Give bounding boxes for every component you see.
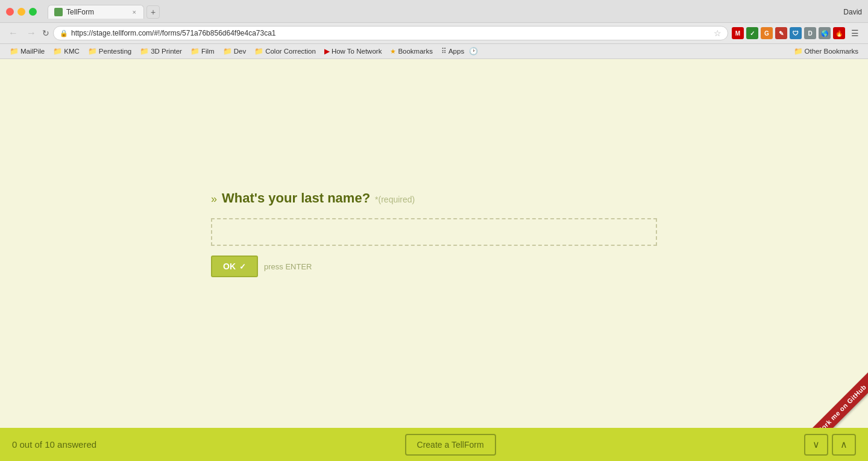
page-content: » What's your last name? *(required) OK … — [0, 59, 868, 409]
tab-title: TellForm — [66, 8, 94, 16]
question-text: What's your last name? — [222, 190, 370, 206]
bookmark-other-bookmarks[interactable]: 📁 Other Bookmarks — [790, 46, 862, 57]
bookmark-apps[interactable]: ⠿ Apps — [438, 46, 468, 57]
history-icon[interactable]: 🕑 — [469, 47, 478, 55]
bookmark-dev[interactable]: 📁 Dev — [219, 46, 250, 57]
folder-icon: 📁 — [254, 47, 263, 55]
ext-icon7[interactable]: 🌎 — [819, 27, 831, 39]
fork-ribbon[interactable]: Fork me on GitHub — [796, 356, 868, 409]
required-label: *(required) — [375, 195, 415, 204]
ok-label: OK — [223, 262, 236, 271]
bookmarks-bar: 📁 MailPile 📁 KMC 📁 Pentesting 📁 3D Print… — [0, 43, 868, 58]
folder-icon: 📁 — [794, 47, 803, 55]
bookmark-star-button[interactable]: ☆ — [714, 28, 722, 38]
last-name-input[interactable] — [211, 218, 657, 246]
ext-mailtrack-icon[interactable]: M — [732, 27, 744, 39]
ext-icon4[interactable]: ✎ — [775, 27, 787, 39]
bookmark-label: Film — [201, 48, 215, 55]
bookmark-3dprinter[interactable]: 📁 3D Printer — [136, 46, 186, 57]
apps-icon: ⠿ — [441, 47, 447, 55]
press-enter-hint: press ENTER — [264, 262, 312, 271]
bookmark-label: Apps — [448, 48, 464, 55]
press-enter-text: press ENTER — [264, 262, 312, 271]
tab-favicon — [54, 8, 63, 16]
ok-button[interactable]: OK ✓ — [211, 256, 258, 277]
lock-icon: 🔒 — [60, 30, 68, 37]
reload-button[interactable]: ↻ — [42, 28, 49, 38]
minimize-window-button[interactable] — [17, 8, 25, 16]
bookmark-how-to-network[interactable]: ▶ How To Network — [321, 46, 386, 57]
bookmark-label: Color Correction — [265, 48, 316, 55]
youtube-icon: ▶ — [324, 47, 330, 55]
browser-chrome: TellForm × + David ← → ↻ 🔒 https://stage… — [0, 0, 868, 59]
tab-bar: TellForm × + — [48, 5, 838, 19]
user-name-label: David — [843, 8, 862, 16]
toolbar-icons: M ✓ G ✎ 🛡 D 🌎 🔥 ☰ — [732, 26, 862, 40]
folder-icon: 📁 — [10, 47, 19, 55]
address-bar[interactable]: 🔒 https://stage.tellform.com/#!/forms/57… — [53, 26, 728, 40]
ext-gifcat-icon[interactable]: G — [761, 27, 773, 39]
window-controls — [6, 8, 37, 16]
folder-icon: 📁 — [53, 47, 62, 55]
form-container: » What's your last name? *(required) OK … — [187, 190, 681, 277]
checkmark-icon: ✓ — [239, 262, 246, 271]
folder-icon: 📁 — [88, 47, 97, 55]
bookmark-label: Pentesting — [99, 48, 131, 55]
bookmark-label: KMC — [64, 48, 80, 55]
folder-icon: 📁 — [190, 47, 200, 55]
ext-icon6[interactable]: D — [804, 27, 816, 39]
back-button[interactable]: ← — [6, 27, 20, 40]
bookmark-label: 3D Printer — [151, 48, 182, 55]
bookmark-label: How To Network — [332, 48, 382, 55]
maximize-window-button[interactable] — [29, 8, 37, 16]
bookmark-mailpile[interactable]: 📁 MailPile — [6, 46, 48, 57]
bookmark-bookmarks[interactable]: ★ Bookmarks — [386, 46, 436, 57]
ext-icon8[interactable]: 🔥 — [833, 27, 845, 39]
url-text: https://stage.tellform.com/#!/forms/571a… — [71, 29, 711, 37]
bookmark-label: Bookmarks — [398, 48, 433, 55]
folder-icon: 📁 — [140, 47, 149, 55]
new-tab-button[interactable]: + — [146, 5, 160, 19]
address-bar-row: ← → ↻ 🔒 https://stage.tellform.com/#!/fo… — [0, 22, 868, 43]
question-label: » What's your last name? *(required) — [211, 190, 657, 206]
bookmark-color-correction[interactable]: 📁 Color Correction — [251, 46, 319, 57]
question-arrow-icon: » — [211, 193, 217, 205]
folder-icon: 📁 — [223, 47, 232, 55]
bookmark-pentesting[interactable]: 📁 Pentesting — [84, 46, 135, 57]
fork-ribbon-label: Fork me on GitHub — [805, 371, 868, 409]
other-bookmarks-label: Other Bookmarks — [805, 48, 858, 55]
active-tab[interactable]: TellForm × — [48, 5, 144, 19]
bookmark-kmc[interactable]: 📁 KMC — [49, 46, 83, 57]
star-icon: ★ — [390, 48, 396, 55]
title-bar: TellForm × + David — [0, 0, 868, 22]
forward-button[interactable]: → — [24, 27, 39, 40]
bookmark-film[interactable]: 📁 Film — [187, 46, 218, 57]
ext-icon5[interactable]: 🛡 — [790, 27, 802, 39]
bookmark-label: Dev — [234, 48, 246, 55]
action-row: OK ✓ press ENTER — [211, 256, 657, 277]
ext-lastpass-icon[interactable]: ✓ — [746, 27, 758, 39]
tab-close-button[interactable]: × — [133, 8, 136, 16]
menu-button[interactable]: ☰ — [848, 26, 862, 40]
close-window-button[interactable] — [6, 8, 14, 16]
bookmark-label: MailPile — [20, 48, 45, 55]
